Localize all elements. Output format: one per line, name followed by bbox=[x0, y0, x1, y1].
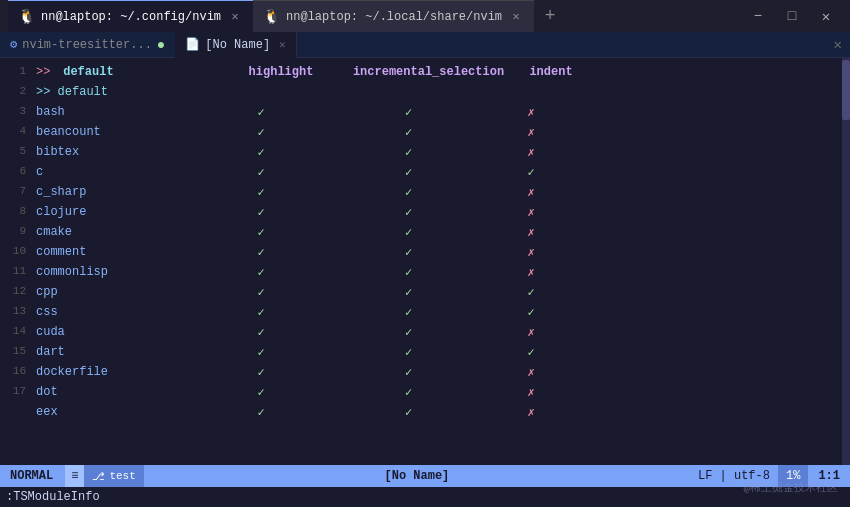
indent-cell: ✓ bbox=[491, 285, 571, 300]
table-row: comment✓✓✗ bbox=[32, 242, 842, 262]
table-row: >> default bbox=[32, 82, 842, 102]
line-number: 12 bbox=[4, 282, 26, 302]
terminal-tab-1[interactable]: 🐧 nn@laptop: ~/.config/nvim ✕ bbox=[8, 0, 253, 32]
highlight-cell: ✓ bbox=[196, 385, 326, 400]
highlight-cell: ✓ bbox=[196, 265, 326, 280]
indent-cell: ✓ bbox=[491, 165, 571, 180]
table-row: c✓✓✓ bbox=[32, 162, 842, 182]
new-tab-button[interactable]: + bbox=[534, 0, 566, 32]
indent-cell: ✗ bbox=[491, 325, 571, 340]
incremental-cell: ✓ bbox=[326, 185, 491, 200]
line-numbers-gutter: 1234567891011121314151617 bbox=[0, 58, 32, 465]
status-mode-icon: ≡ bbox=[65, 465, 84, 487]
prompt-arrow: >> bbox=[36, 65, 56, 79]
line-number: 1 bbox=[4, 62, 26, 82]
window-controls: − □ ✕ bbox=[742, 6, 850, 26]
editor-area[interactable]: >> default highlight incremental_selecti… bbox=[32, 58, 842, 465]
minimize-button[interactable]: − bbox=[742, 6, 774, 26]
vim-container: ⚙ nvim-treesitter... ● 📄 [No Name] ✕ ✕ 1… bbox=[0, 32, 850, 507]
vim-tab-noname[interactable]: 📄 [No Name] ✕ bbox=[175, 32, 296, 58]
tab-label-1: nn@laptop: ~/.config/nvim bbox=[41, 10, 221, 24]
table-row: eex✓✓✗ bbox=[32, 402, 842, 422]
module-table: >> defaultbash✓✓✗beancount✓✓✗bibtex✓✓✗c✓… bbox=[32, 82, 842, 422]
incremental-cell: ✓ bbox=[326, 325, 491, 340]
line-number: 10 bbox=[4, 242, 26, 262]
status-bar: NORMAL ≡ ⎇ test [No Name] LF | utf-8 1% … bbox=[0, 465, 850, 487]
modified-dot: ● bbox=[157, 37, 165, 53]
table-row: clojure✓✓✗ bbox=[32, 202, 842, 222]
maximize-button[interactable]: □ bbox=[776, 6, 808, 26]
line-number: 14 bbox=[4, 322, 26, 342]
highlight-cell: ✓ bbox=[196, 285, 326, 300]
scrollbar-thumb[interactable] bbox=[842, 60, 850, 120]
line-number: 6 bbox=[4, 162, 26, 182]
tab-close-1[interactable]: ✕ bbox=[227, 9, 243, 24]
status-mode: NORMAL bbox=[0, 465, 63, 487]
vim-tab-treesitter-label: nvim-treesitter... bbox=[22, 38, 152, 52]
incremental-cell: ✓ bbox=[326, 285, 491, 300]
indent-cell: ✗ bbox=[491, 225, 571, 240]
table-row: bash✓✓✗ bbox=[32, 102, 842, 122]
linux-icon-2: 🐧 bbox=[263, 8, 280, 25]
watermark: @稀土掘金技术社区 bbox=[743, 480, 838, 495]
incremental-cell: ✓ bbox=[326, 365, 491, 380]
indent-cell: ✗ bbox=[491, 105, 571, 120]
title-bar: 🐧 nn@laptop: ~/.config/nvim ✕ 🐧 nn@lapto… bbox=[0, 0, 850, 32]
incremental-cell: ✓ bbox=[326, 145, 491, 160]
linux-icon-1: 🐧 bbox=[18, 8, 35, 25]
vim-tab-x-button[interactable]: ✕ bbox=[826, 36, 850, 53]
incremental-cell: ✓ bbox=[326, 205, 491, 220]
indent-cell: ✗ bbox=[491, 125, 571, 140]
line-number: 15 bbox=[4, 342, 26, 362]
vim-tab-treesitter[interactable]: ⚙ nvim-treesitter... ● bbox=[0, 32, 175, 58]
indent-cell: ✓ bbox=[491, 305, 571, 320]
highlight-cell: ✓ bbox=[196, 205, 326, 220]
indent-cell: ✗ bbox=[491, 265, 571, 280]
indent-cell: ✗ bbox=[491, 245, 571, 260]
highlight-cell: ✓ bbox=[196, 245, 326, 260]
line-number: 7 bbox=[4, 182, 26, 202]
close-button[interactable]: ✕ bbox=[810, 6, 842, 26]
highlight-cell: ✓ bbox=[196, 305, 326, 320]
table-row: dockerfile✓✓✗ bbox=[32, 362, 842, 382]
col-highlight: highlight bbox=[216, 65, 346, 79]
table-row: cpp✓✓✓ bbox=[32, 282, 842, 302]
line-number: 4 bbox=[4, 122, 26, 142]
line-number: 3 bbox=[4, 102, 26, 122]
indent-cell: ✗ bbox=[491, 405, 571, 420]
line-number: 9 bbox=[4, 222, 26, 242]
line-number: 16 bbox=[4, 362, 26, 382]
scrollbar[interactable] bbox=[842, 58, 850, 465]
incremental-cell: ✓ bbox=[326, 245, 491, 260]
highlight-cell: ✓ bbox=[196, 165, 326, 180]
line-number: 8 bbox=[4, 202, 26, 222]
vim-tab-close[interactable]: ✕ bbox=[279, 38, 286, 51]
command-line[interactable]: :TSModuleInfo bbox=[0, 487, 850, 507]
incremental-cell: ✓ bbox=[326, 265, 491, 280]
indent-cell: ✓ bbox=[491, 345, 571, 360]
table-row: cuda✓✓✗ bbox=[32, 322, 842, 342]
table-row: commonlisp✓✓✗ bbox=[32, 262, 842, 282]
encoding-sep: | bbox=[720, 469, 734, 483]
indent-cell: ✗ bbox=[491, 145, 571, 160]
vim-tab-noname-label: [No Name] bbox=[205, 38, 270, 52]
incremental-cell: ✓ bbox=[326, 125, 491, 140]
table-row: bibtex✓✓✗ bbox=[32, 142, 842, 162]
vim-main-content: 1234567891011121314151617 >> default hig… bbox=[0, 58, 850, 465]
line-number: 11 bbox=[4, 262, 26, 282]
tab-label-2: nn@laptop: ~/.local/share/nvim bbox=[286, 10, 502, 24]
mode-label: NORMAL bbox=[10, 469, 53, 483]
cmd-text: :TSModuleInfo bbox=[6, 490, 100, 504]
indent-cell: ✗ bbox=[491, 185, 571, 200]
highlight-cell: ✓ bbox=[196, 145, 326, 160]
incremental-cell: ✓ bbox=[326, 405, 491, 420]
incremental-cell: ✓ bbox=[326, 105, 491, 120]
col-default: default bbox=[56, 65, 216, 79]
highlight-cell: ✓ bbox=[196, 365, 326, 380]
line-number: 2 bbox=[4, 82, 26, 102]
highlight-cell: ✓ bbox=[196, 405, 326, 420]
col-incremental: incremental_selection bbox=[346, 65, 511, 79]
terminal-tab-2[interactable]: 🐧 nn@laptop: ~/.local/share/nvim ✕ bbox=[253, 0, 534, 32]
tab-close-2[interactable]: ✕ bbox=[508, 9, 524, 24]
lf-label: LF bbox=[698, 469, 712, 483]
